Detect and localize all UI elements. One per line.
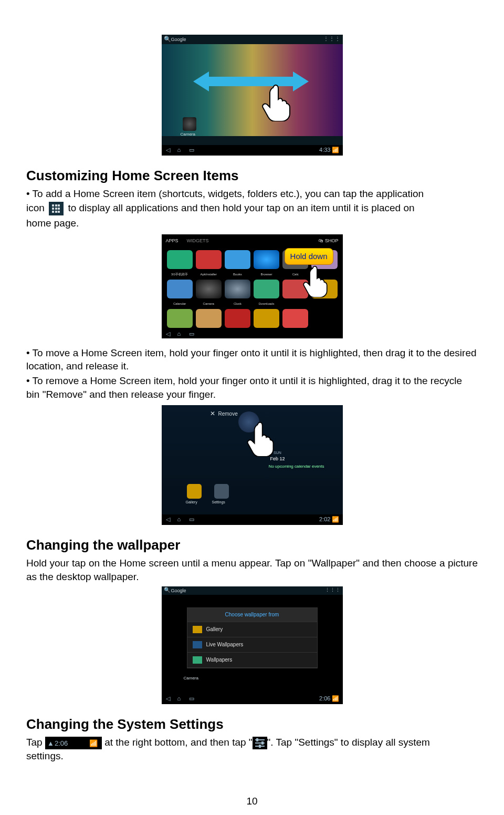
no-calendar-events: No upcoming calendar events — [269, 464, 324, 470]
statusbar-time: 2:06 📶 — [319, 695, 339, 703]
screenshot-remove-item: ✕ Remove SUN Feb 12 No upcoming calendar… — [26, 402, 478, 532]
hold-down-callout: Hold down — [285, 248, 333, 265]
back-icon: ◁ — [166, 330, 170, 338]
wallpaper-paragraph: Hold your tap on the Home screen until a… — [26, 556, 478, 583]
screenshot-app-drawer: APPS WIDGETS 🛍 SHOP 3G手机助手ApkInstallerBo… — [26, 231, 478, 345]
camera-app-icon — [183, 117, 196, 131]
bullet-add-item-line3: home page. — [26, 216, 478, 230]
google-label: Google — [171, 36, 186, 43]
remove-label: Remove — [218, 410, 238, 418]
settings-app-icon — [214, 484, 229, 499]
widgets-tab: WIDGETS — [187, 238, 209, 244]
home-icon: ⌂ — [177, 146, 181, 154]
search-icon: 🔍 — [164, 586, 170, 594]
heading-system-settings: Changing the System Settings — [26, 715, 478, 734]
bullet-add-item-line2: icon to display all applications and the… — [26, 201, 478, 215]
apps-tab: APPS — [166, 238, 178, 244]
camera-label: Camera — [181, 132, 195, 138]
screenshot-choose-wallpaper: 🔍 Google ⋮⋮⋮ Choose wallpaper from Galle… — [26, 583, 478, 711]
shop-button: 🛍 SHOP — [319, 238, 338, 244]
menu-option-gallery: Gallery — [187, 622, 317, 637]
gallery-app-icon — [187, 484, 202, 499]
calendar-date: SUN Feb 12 — [270, 449, 285, 462]
search-icon: 🔍 — [164, 35, 171, 43]
choose-wallpaper-menu: Choose wallpaper from Gallery Live Wallp… — [187, 607, 318, 668]
google-label: Google — [171, 587, 186, 594]
bullet-remove-item: • To remove a Home Screen item, hold you… — [26, 374, 478, 401]
touch-hand-icon — [261, 85, 290, 121]
apps-grid-icon: ⋮⋮⋮ — [323, 35, 341, 43]
back-icon: ◁ — [166, 515, 170, 523]
svg-marker-0 — [193, 71, 309, 91]
recent-icon: ▭ — [189, 695, 194, 703]
statusbar-time: 2:02 📶 — [319, 515, 339, 523]
screenshot-home-swipe: 🔍 Google ⋮⋮⋮ Camera ◁ ⌂ ▭ 4:33 📶 — [26, 32, 478, 162]
bullet-add-item-line1: • To add a Home Screen item (shortcuts, … — [26, 187, 478, 201]
bullet-move-item: • To move a Home Screen item, hold your … — [26, 346, 478, 373]
home-icon: ⌂ — [177, 330, 181, 338]
heading-customizing: Customizing Home Screen Items — [26, 167, 478, 185]
back-icon: ◁ — [166, 695, 170, 703]
recent-icon: ▭ — [189, 515, 194, 523]
touch-hand-icon — [302, 266, 328, 297]
remove-x-icon: ✕ — [210, 409, 215, 418]
home-icon: ⌂ — [177, 515, 181, 523]
statusbar-time: 4:33 📶 — [319, 146, 339, 154]
settings-sliders-icon — [253, 737, 267, 749]
recent-icon: ▭ — [189, 146, 194, 154]
recent-icon: ▭ — [189, 330, 194, 338]
menu-option-wallpapers: Wallpapers — [187, 653, 317, 668]
all-apps-icon — [49, 202, 64, 215]
home-icon: ⌂ — [177, 695, 181, 703]
back-icon: ◁ — [166, 146, 170, 154]
menu-title: Choose wallpaper from — [187, 608, 317, 622]
settings-paragraph-line2: settings. — [26, 749, 478, 763]
apps-grid-icon: ⋮⋮⋮ — [325, 587, 341, 593]
page-number: 10 — [26, 795, 478, 808]
settings-paragraph: Tap ▲ 2:06 📶 at the right bottom, and th… — [26, 736, 478, 749]
statusbar-clock-chip: ▲ 2:06 📶 — [45, 737, 102, 749]
swipe-arrow-icon — [193, 71, 309, 91]
camera-label: Camera — [184, 676, 198, 682]
heading-wallpaper: Changing the wallpaper — [26, 536, 478, 554]
menu-option-live: Live Wallpapers — [187, 637, 317, 653]
